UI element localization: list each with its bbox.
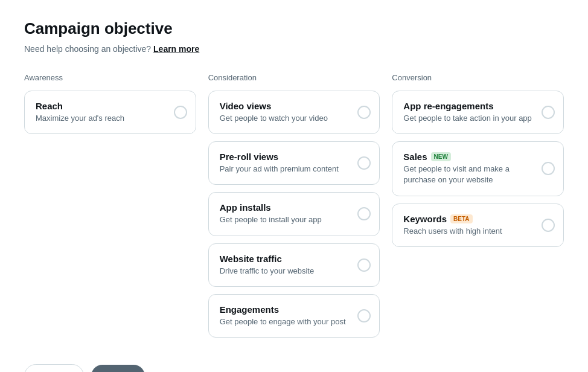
beta-badge: BETA — [450, 214, 472, 223]
option-card[interactable]: KeywordsBETAReach users with high intent — [392, 204, 564, 247]
option-card-content: SalesNEWGet people to visit and make a p… — [403, 152, 535, 185]
option-card[interactable]: SalesNEWGet people to visit and make a p… — [392, 141, 564, 196]
next-button[interactable]: Next — [91, 365, 145, 372]
option-card[interactable]: App re-engagementsGet people to take act… — [392, 91, 564, 134]
radio-circle[interactable] — [542, 106, 555, 119]
option-card-title: Video views — [220, 101, 352, 111]
option-card-desc: Get people to take action in your app — [403, 113, 535, 124]
option-card-title: Reach — [36, 101, 168, 111]
column-label-2: Conversion — [392, 73, 564, 82]
footer-buttons: Cancel Next — [24, 364, 564, 372]
option-card-content: Website trafficDrive traffic to your web… — [220, 254, 352, 277]
radio-circle[interactable] — [174, 106, 187, 119]
option-card[interactable]: Video viewsGet people to watch your vide… — [208, 91, 380, 134]
column-consideration: ConsiderationVideo viewsGet people to wa… — [208, 73, 380, 342]
option-card-content: ReachMaximize your ad's reach — [36, 101, 168, 124]
column-label-1: Consideration — [208, 73, 380, 82]
radio-circle[interactable] — [357, 106, 371, 119]
columns-container: AwarenessReachMaximize your ad's reachCo… — [24, 73, 564, 342]
option-card-content: Video viewsGet people to watch your vide… — [220, 101, 352, 124]
option-card-content: App re-engagementsGet people to take act… — [403, 101, 535, 124]
radio-circle[interactable] — [357, 309, 371, 322]
option-card-desc: Drive traffic to your website — [220, 266, 352, 277]
option-card-content: KeywordsBETAReach users with high intent — [403, 214, 535, 237]
option-card-desc: Pair your ad with premium content — [220, 164, 352, 175]
radio-circle[interactable] — [542, 219, 555, 232]
learn-more-link[interactable]: Learn more — [153, 44, 199, 54]
new-badge: NEW — [431, 152, 451, 161]
option-card[interactable]: Pre-roll viewsPair your ad with premium … — [208, 141, 380, 185]
page-title: Campaign objective — [24, 19, 564, 38]
subtitle: Need help choosing an objective? Learn m… — [24, 44, 564, 54]
column-conversion: ConversionApp re-engagementsGet people t… — [392, 73, 564, 252]
option-card-title: KeywordsBETA — [403, 214, 535, 224]
option-card[interactable]: Website trafficDrive traffic to your web… — [208, 243, 380, 287]
option-card-content: EngagementsGet people to engage with you… — [220, 304, 352, 327]
column-awareness: AwarenessReachMaximize your ad's reach — [24, 73, 196, 139]
option-card-title: Engagements — [220, 304, 352, 315]
option-card-desc: Get people to install your app — [220, 214, 352, 225]
cancel-button[interactable]: Cancel — [24, 364, 84, 372]
column-label-0: Awareness — [24, 73, 196, 82]
option-card-desc: Get people to watch your video — [220, 113, 352, 124]
option-card-desc: Get people to visit and make a purchase … — [403, 164, 535, 185]
option-card-content: Pre-roll viewsPair your ad with premium … — [220, 152, 352, 175]
radio-circle[interactable] — [542, 162, 555, 175]
option-card-title: Pre-roll views — [220, 152, 352, 162]
option-card[interactable]: ReachMaximize your ad's reach — [24, 91, 196, 134]
radio-circle[interactable] — [357, 156, 371, 170]
option-card-title: Website traffic — [220, 254, 352, 264]
option-card[interactable]: EngagementsGet people to engage with you… — [208, 294, 380, 338]
option-card-desc: Get people to engage with your post — [220, 316, 352, 327]
option-card[interactable]: App installsGet people to install your a… — [208, 192, 380, 236]
radio-circle[interactable] — [357, 207, 371, 220]
radio-circle[interactable] — [357, 258, 371, 272]
option-card-desc: Reach users with high intent — [403, 226, 535, 237]
option-card-title: App re-engagements — [403, 101, 535, 111]
option-card-desc: Maximize your ad's reach — [36, 113, 168, 124]
option-card-title: SalesNEW — [403, 152, 535, 162]
option-card-content: App installsGet people to install your a… — [220, 202, 352, 225]
option-card-title: App installs — [220, 202, 352, 213]
